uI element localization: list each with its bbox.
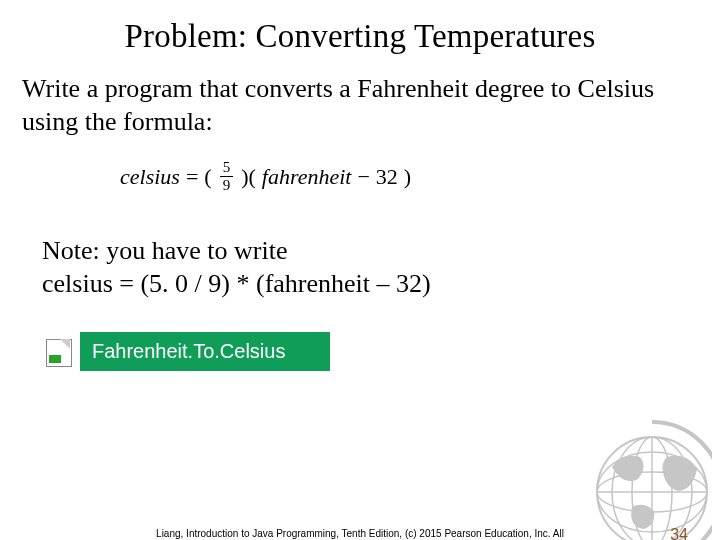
formula-lparen1: (	[204, 164, 211, 190]
svg-point-1	[597, 437, 707, 540]
fraction-numerator: 5	[220, 160, 234, 177]
button-row: Fahrenheit.To.Celsius	[42, 332, 720, 371]
formula-rparen2: )	[404, 164, 411, 190]
problem-statement: Write a program that converts a Fahrenhe…	[22, 73, 690, 138]
slide-title: Problem: Converting Temperatures	[0, 18, 720, 55]
document-icon	[42, 333, 74, 371]
fraction-denominator: 9	[223, 177, 231, 193]
svg-point-4	[632, 437, 672, 540]
formula-const: 32	[376, 164, 398, 190]
formula: celsius = ( 5 9 )( fahrenheit − 32 )	[120, 160, 720, 193]
svg-point-5	[612, 437, 692, 540]
formula-rparen1: )(	[241, 164, 256, 190]
formula-equals: =	[186, 164, 198, 190]
note-block: Note: you have to write celsius = (5. 0 …	[42, 235, 690, 300]
footer-line-1: Liang, Introduction to Java Programming,…	[156, 528, 564, 539]
note-line-1: Note: you have to write	[42, 235, 690, 268]
note-line-2: celsius = (5. 0 / 9) * (fahrenheit – 32)	[42, 268, 690, 301]
page-number: 34	[670, 526, 688, 540]
formula-minus: −	[357, 164, 369, 190]
formula-rhs-var: fahrenheit	[262, 164, 352, 190]
svg-point-2	[597, 472, 707, 512]
globe-decoration-icon	[572, 412, 712, 540]
svg-point-3	[597, 452, 707, 532]
slide: Problem: Converting Temperatures Write a…	[0, 18, 720, 540]
fahrenheit-to-celsius-button[interactable]: Fahrenheit.To.Celsius	[80, 332, 330, 371]
formula-lhs: celsius	[120, 164, 180, 190]
formula-fraction: 5 9	[220, 160, 234, 193]
copyright-footer: Liang, Introduction to Java Programming,…	[0, 528, 720, 540]
